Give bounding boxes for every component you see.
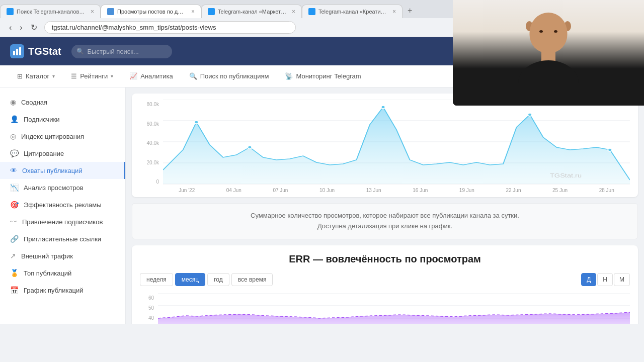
- sidebar-item-external-traffic[interactable]: ↗ Внешний трафик: [0, 247, 125, 264]
- catalog-chevron: ▾: [52, 73, 55, 79]
- monitoring-icon: 📡: [285, 72, 293, 80]
- svg-rect-2: [19, 47, 21, 55]
- nav-search-posts[interactable]: 🔍 Поиск по публикациям: [182, 68, 276, 84]
- tab-label-search: Поиск Telegram-каналов / Ре...: [17, 9, 86, 15]
- x-label-19jun: 19 Jun: [459, 188, 474, 193]
- ad-effectiveness-label: Эффективность рекламы: [24, 201, 102, 209]
- sidebar-item-invite-links[interactable]: 🔗 Пригласительные ссылки: [0, 230, 125, 247]
- external-traffic-icon: ↗: [10, 252, 16, 260]
- sidebar-item-top-posts[interactable]: 🏅 Топ публикаций: [0, 264, 125, 282]
- catalog-label: Каталог: [26, 72, 49, 80]
- period-year[interactable]: год: [207, 273, 229, 286]
- sidebar-item-subscribers[interactable]: 👤 Подписчики: [0, 111, 125, 128]
- search-posts-label: Поиск по публикациям: [200, 72, 269, 80]
- err-y-40: 40: [140, 315, 154, 321]
- y-label-40k: 40.0k: [140, 140, 159, 146]
- sidebar-item-subscriber-growth[interactable]: 〰 Привлечение подписчиков: [0, 213, 125, 230]
- search-wrap: [71, 45, 172, 58]
- subscribers-label: Подписчики: [24, 116, 60, 123]
- tab-icon-postsviews: [107, 8, 114, 15]
- nav-ratings[interactable]: ☰ Рейтинги ▾: [64, 68, 120, 84]
- citation-index-label: Индекс цитирования: [21, 133, 84, 140]
- sidebar-item-citation[interactable]: 💬 Цитирование: [0, 145, 125, 162]
- top-chart-svg[interactable]: TGStat.ru: [163, 100, 630, 185]
- svodna-label: Сводная: [21, 99, 47, 106]
- citation-icon: 💬: [10, 149, 19, 157]
- tab-label-marketing: Telegram-канал «Маркетолог...: [218, 9, 287, 15]
- reach-label: Охваты публикаций: [22, 167, 83, 174]
- sidebar: ◉ Сводная 👤 Подписчики ◎ Индекс цитирова…: [0, 87, 126, 324]
- sidebar-item-reach[interactable]: 👁 Охваты публикаций: [0, 162, 125, 179]
- tab-search[interactable]: Поиск Telegram-каналов / Ре... ×: [0, 5, 101, 18]
- sidebar-item-citation-index[interactable]: ◎ Индекс цитирования: [0, 128, 125, 145]
- ad-effectiveness-icon: 🎯: [10, 201, 19, 209]
- search-input[interactable]: [71, 45, 172, 58]
- tab-close-postsviews[interactable]: ×: [191, 8, 195, 15]
- nav-monitoring[interactable]: 📡 Мониторинг Telegram: [278, 68, 368, 84]
- tab-postsviews[interactable]: Просмотры постов по дням ... ×: [101, 5, 201, 18]
- external-traffic-label: Внешний трафик: [21, 252, 73, 260]
- err-y-60: 60: [140, 295, 154, 301]
- svg-text:TGStat.ru: TGStat.ru: [550, 172, 582, 179]
- nav-catalog[interactable]: ⊞ Каталог ▾: [10, 68, 62, 84]
- subscriber-growth-icon: 〰: [10, 218, 17, 226]
- x-label-07jun: 07 Jun: [273, 188, 288, 193]
- period-all-time[interactable]: все время: [231, 273, 273, 286]
- nav-analytics[interactable]: 📈 Аналитика: [122, 68, 180, 84]
- x-label-22jun: 22 Jun: [506, 188, 521, 193]
- err-chart-svg[interactable]: [158, 293, 630, 324]
- views-analysis-label: Анализ просмотров: [24, 184, 84, 192]
- svg-point-11: [528, 113, 532, 116]
- svodna-icon: ◉: [10, 98, 16, 106]
- main-content: 80.0k 60.0k 40.0k 20.0k 0: [126, 87, 644, 324]
- tab-icon-creative: [308, 8, 315, 15]
- top-posts-label: Топ публикаций: [24, 269, 71, 277]
- forward-button[interactable]: ›: [17, 22, 25, 33]
- view-week[interactable]: Н: [597, 273, 613, 286]
- invite-links-label: Пригласительные ссылки: [24, 235, 101, 243]
- x-label-10jun: 10 Jun: [319, 188, 335, 193]
- ratings-icon: ☰: [71, 72, 77, 80]
- ratings-chevron: ▾: [111, 73, 113, 79]
- period-month[interactable]: месяц: [175, 273, 205, 286]
- new-tab-button[interactable]: +: [403, 3, 417, 18]
- err-y-50: 50: [140, 305, 154, 311]
- view-day[interactable]: Д: [581, 273, 596, 286]
- tab-icon-marketing: [208, 8, 215, 15]
- refresh-button[interactable]: ↻: [28, 22, 40, 33]
- post-schedule-label: График публикаций: [24, 287, 84, 294]
- tab-marketing[interactable]: Telegram-канал «Маркетолог... ×: [201, 5, 302, 18]
- tab-close-creative[interactable]: ×: [392, 8, 396, 15]
- url-bar[interactable]: tgstat.ru/channel/@malyshko_smm_tips/sta…: [44, 21, 296, 34]
- y-label-80k: 80.0k: [140, 102, 159, 107]
- period-tabs: неделя месяц год все время: [140, 273, 273, 286]
- y-label-20k: 20.0k: [140, 160, 159, 165]
- view-month[interactable]: М: [614, 273, 630, 286]
- svg-rect-1: [16, 49, 18, 55]
- top-chart-card: 80.0k 60.0k 40.0k 20.0k 0: [132, 94, 638, 197]
- err-title: ERR — вовлечённость по просмотрам: [140, 253, 630, 265]
- err-card: ERR — вовлечённость по просмотрам неделя…: [132, 245, 638, 324]
- back-button[interactable]: ‹: [6, 22, 15, 33]
- sidebar-item-post-schedule[interactable]: 📅 График публикаций: [0, 282, 125, 299]
- monitoring-label: Мониторинг Telegram: [296, 72, 361, 80]
- layout: ◉ Сводная 👤 Подписчики ◎ Индекс цитирова…: [0, 87, 644, 324]
- invite-links-icon: 🔗: [10, 235, 19, 243]
- browser-nav: ‹ › ↻: [6, 22, 40, 33]
- tab-creative[interactable]: Telegram-канал «Креативный... ×: [302, 5, 403, 18]
- sidebar-item-views-analysis[interactable]: 📉 Анализ просмотров: [0, 179, 125, 196]
- svg-point-9: [248, 146, 252, 149]
- post-schedule-icon: 📅: [10, 286, 19, 294]
- citation-label: Цитирование: [24, 150, 64, 157]
- logo: TGStat: [10, 44, 61, 58]
- ratings-label: Рейтинги: [80, 72, 108, 80]
- sidebar-item-ad-effectiveness[interactable]: 🎯 Эффективность рекламы: [0, 196, 125, 213]
- svg-point-12: [608, 148, 612, 151]
- sidebar-item-svodna[interactable]: ◉ Сводная: [0, 94, 125, 111]
- analytics-label: Аналитика: [140, 72, 173, 80]
- tab-close-marketing[interactable]: ×: [292, 8, 295, 15]
- x-label-13jun: 13 Jun: [366, 188, 381, 193]
- tab-close-search[interactable]: ×: [91, 8, 94, 15]
- period-week[interactable]: неделя: [140, 273, 173, 286]
- period-controls: неделя месяц год все время Д Н М: [140, 273, 630, 286]
